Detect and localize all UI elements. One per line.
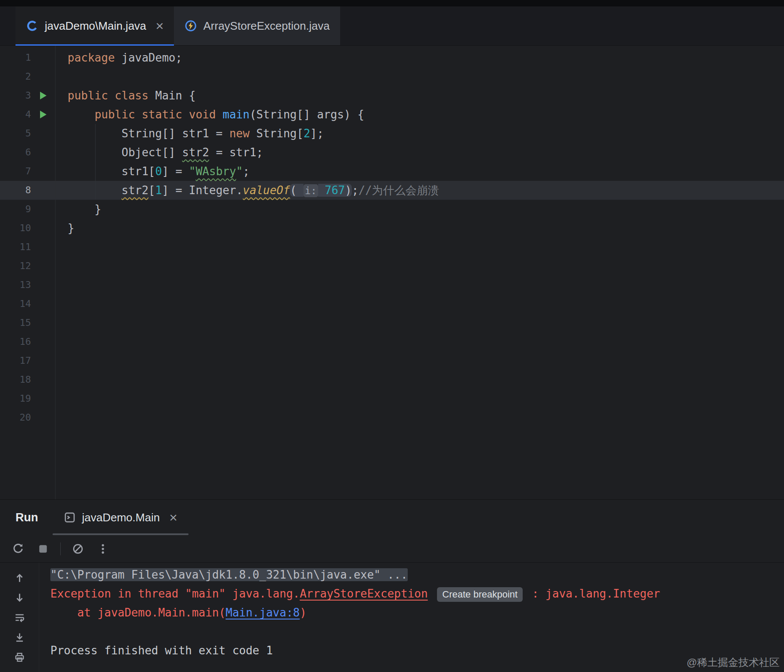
tab-arraystoreexception-java[interactable]: ArrayStoreException.java [174,6,340,45]
editor-line[interactable]: 15 [0,313,784,332]
code-text: str2[1] = Integer.valueOf( i: 767);//为什么… [55,181,784,200]
code-text: String[] str1 = new String[2]; [55,124,784,143]
more-options-icon[interactable] [97,543,109,555]
gutter-icon-cell [31,124,55,143]
editor-line[interactable]: 11 [0,238,784,257]
scroll-up-icon[interactable] [14,572,25,584]
soft-wrap-icon[interactable] [14,612,25,623]
editor-line[interactable]: 12 [0,257,784,276]
gutter-icon-cell [31,370,55,389]
line-number: 16 [0,332,31,351]
close-run-tab-icon[interactable]: × [169,511,177,524]
close-tab-icon[interactable]: × [156,19,164,33]
rerun-icon[interactable] [12,543,24,555]
editor-line[interactable]: 20 [0,408,784,427]
run-line-icon[interactable] [40,92,46,99]
ide-window: javaDemo\Main.java × ArrayStoreException… [0,0,784,672]
code-text [55,67,784,86]
gutter-icon-cell [31,143,55,162]
line-number: 11 [0,238,31,257]
line-number: 8 [0,181,31,200]
gutter-icon-cell [31,67,55,86]
window-top-edge [0,0,784,6]
clear-output-icon[interactable] [72,543,84,555]
create-breakpoint-button[interactable]: Create breakpoint [437,587,523,602]
editor-line[interactable]: 16 [0,332,784,351]
stop-icon[interactable] [37,543,49,555]
gutter-icon-cell [31,389,55,408]
editor-line[interactable]: 8 str2[1] = Integer.valueOf( i: 767);//为… [0,181,784,200]
toolbar-separator [60,542,61,555]
code-text: } [55,219,784,238]
line-number: 13 [0,276,31,294]
code-text: Object[] str2 = str1; [55,143,784,162]
editor-line[interactable]: 13 [0,276,784,294]
java-class-icon [26,19,39,32]
console-text: at javaDemo.Main.main( [50,606,226,619]
code-text: public static void main(String[] args) { [55,105,784,124]
gutter-separator [55,46,56,499]
line-number: 4 [0,105,31,124]
code-text [55,238,784,257]
editor-lines: 1package javaDemo;23public class Main {4… [0,46,784,427]
gutter-icon-cell [31,200,55,219]
code-text [55,257,784,276]
editor-line[interactable]: 6 Object[] str2 = str1; [0,143,784,162]
code-editor[interactable]: 1package javaDemo;23public class Main {4… [0,46,784,499]
editor-line[interactable]: 3public class Main { [0,86,784,105]
line-number: 5 [0,124,31,143]
gutter-icon-cell [31,313,55,332]
scroll-down-icon[interactable] [14,592,25,604]
run-tab[interactable]: javaDemo.Main × [53,500,188,535]
gutter-icon-cell [31,162,55,181]
line-number: 14 [0,294,31,313]
run-line-icon[interactable] [40,111,46,118]
editor-line[interactable]: 7 str1[0] = "WAsbry"; [0,162,784,181]
print-icon[interactable] [14,651,25,663]
scroll-to-end-icon[interactable] [14,632,25,643]
java-exception-class-icon [184,19,197,32]
gutter-icon-cell [31,257,55,276]
stack-frame-link[interactable]: Main.java:8 [226,606,300,619]
console-line: Process finished with exit code 1 [50,641,784,660]
code-text [55,276,784,294]
line-number: 2 [0,67,31,86]
code-text [55,332,784,351]
line-number: 17 [0,351,31,370]
indent-guide [95,124,96,200]
console: "C:\Program Files\Java\jdk1.8.0_321\bin\… [0,563,784,672]
code-text: public class Main { [55,86,784,105]
editor-line[interactable]: 14 [0,294,784,313]
line-number: 6 [0,143,31,162]
run-panel-header: Run javaDemo.Main × [0,500,784,535]
console-icon [64,511,76,523]
line-number: 18 [0,370,31,389]
editor-line[interactable]: 1package javaDemo; [0,48,784,67]
editor-line[interactable]: 17 [0,351,784,370]
editor-line[interactable]: 5 String[] str1 = new String[2]; [0,124,784,143]
tab-main-java[interactable]: javaDemo\Main.java × [15,6,174,45]
editor-line[interactable]: 10} [0,219,784,238]
run-tool-window: Run javaDemo.Main × [0,499,784,672]
run-panel-title: Run [15,511,38,524]
editor-line[interactable]: 2 [0,67,784,86]
code-text [55,408,784,427]
exception-class-link[interactable]: ArrayStoreException [300,587,428,600]
editor-line[interactable]: 9 } [0,200,784,219]
console-text: : java.lang.Integer [525,587,660,600]
line-number: 9 [0,200,31,219]
editor-line[interactable]: 4 public static void main(String[] args)… [0,105,784,124]
console-output[interactable]: "C:\Program Files\Java\jdk1.8.0_321\bin\… [39,563,784,672]
gutter-icon-cell[interactable] [31,105,55,124]
console-line: at javaDemo.Main.main(Main.java:8) [50,603,784,622]
console-text: Exception in thread "main" java.lang. [50,587,300,600]
process-exit-message: Process finished with exit code 1 [50,644,273,657]
tab-label: ArrayStoreException.java [203,19,329,33]
code-text [55,313,784,332]
gutter-icon-cell [31,276,55,294]
gutter-icon-cell[interactable] [31,86,55,105]
editor-line[interactable]: 19 [0,389,784,408]
run-tab-label: javaDemo.Main [82,511,160,524]
gutter-icon-cell [31,238,55,257]
editor-line[interactable]: 18 [0,370,784,389]
